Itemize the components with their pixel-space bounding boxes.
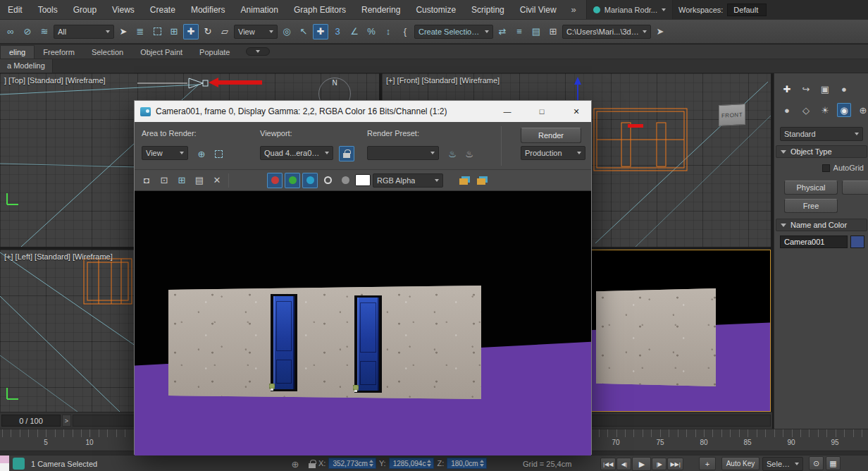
- ribbon-tab-object-paint[interactable]: Object Paint: [132, 46, 191, 59]
- toolbar-overflow-icon[interactable]: ➤: [652, 24, 668, 39]
- red-channel-icon[interactable]: [267, 173, 283, 188]
- next-frame-arrow-button[interactable]: >: [62, 415, 71, 427]
- menu-tools[interactable]: Tools: [30, 0, 66, 19]
- select-object-icon[interactable]: ➤: [116, 24, 131, 39]
- coordinate-field[interactable]: 352,773cm: [328, 458, 376, 469]
- use-pivot-center-icon[interactable]: ◎: [279, 24, 294, 39]
- channel-display-dropdown[interactable]: RGB Alpha: [373, 173, 443, 188]
- window-crossing-icon[interactable]: ⊞: [166, 24, 182, 39]
- alpha-channel-icon[interactable]: [320, 173, 335, 188]
- menu-modifiers[interactable]: Modifiers: [183, 0, 233, 19]
- print-image-icon[interactable]: ▤: [192, 173, 207, 188]
- display-tab-icon[interactable]: ▣: [818, 82, 832, 96]
- auto-key-button[interactable]: Auto Key: [721, 457, 760, 470]
- helpers-icon[interactable]: ⊕: [856, 103, 868, 117]
- select-and-manipulate-icon[interactable]: ✚: [313, 24, 328, 39]
- menu-edit[interactable]: Edit: [0, 0, 30, 19]
- free-camera-button[interactable]: Free: [784, 199, 838, 213]
- render-button[interactable]: Render: [521, 128, 581, 143]
- green-channel-icon[interactable]: [285, 173, 300, 188]
- ribbon-tab-eling[interactable]: eling: [0, 45, 35, 59]
- lock-viewport-button[interactable]: [339, 146, 354, 161]
- named-selection-set-dropdown[interactable]: Create Selection Se: [414, 25, 493, 39]
- geometry-icon[interactable]: ●: [780, 103, 794, 117]
- camera-type-button-cut[interactable]: [842, 181, 868, 195]
- render-window[interactable]: Camera001, frame 0, Display Gamma: 2,2, …: [134, 100, 592, 455]
- curve-editor-icon[interactable]: ⊞: [545, 24, 561, 39]
- physical-camera-button[interactable]: Physical: [784, 181, 838, 195]
- render-mode-dropdown[interactable]: Production: [521, 146, 585, 160]
- reference-coordinate-dropdown[interactable]: View: [234, 25, 278, 39]
- menu-scripting[interactable]: Scripting: [464, 0, 512, 19]
- lights-icon[interactable]: ☀: [818, 103, 832, 117]
- render-setup-teapot-icon[interactable]: ♨: [445, 146, 460, 161]
- select-and-move-icon[interactable]: ✚: [183, 24, 199, 39]
- menu-group[interactable]: Group: [66, 0, 104, 19]
- select-and-scale-icon[interactable]: ▱: [217, 24, 232, 39]
- create-tab-icon[interactable]: ✚: [780, 82, 794, 96]
- ribbon-tab-populate[interactable]: Populate: [191, 46, 238, 59]
- clone-window-icon[interactable]: ⊞: [174, 173, 190, 188]
- angle-snap-icon[interactable]: ∠: [347, 24, 362, 39]
- align-icon[interactable]: ≡: [512, 24, 527, 39]
- environment-teapot-icon[interactable]: ♨: [461, 146, 477, 161]
- maxscript-mini-listener-white[interactable]: [0, 463, 9, 471]
- transform-gizmo-icon[interactable]: ⊕: [287, 456, 303, 471]
- menu-overflow-button[interactable]: »: [564, 0, 583, 19]
- modify-tab-icon[interactable]: ↪: [799, 82, 813, 96]
- selection-lock-icon[interactable]: [304, 456, 320, 471]
- name-and-color-rollout[interactable]: Name and Color: [776, 219, 867, 231]
- copy-image-icon[interactable]: ⊡: [156, 173, 172, 188]
- object-color-swatch[interactable]: [850, 236, 864, 248]
- blue-channel-icon[interactable]: [302, 173, 318, 188]
- select-and-rotate-icon[interactable]: ↻: [200, 24, 216, 39]
- menu-rendering[interactable]: Rendering: [354, 0, 408, 19]
- render-preset-dropdown[interactable]: [367, 146, 439, 160]
- save-image-icon[interactable]: ◘: [139, 173, 154, 188]
- clear-color-swatch[interactable]: [355, 174, 371, 186]
- selection-filter-dropdown[interactable]: All: [54, 25, 114, 39]
- utilities-tab-icon[interactable]: ●: [837, 82, 851, 96]
- maximize-button[interactable]: □: [527, 101, 557, 122]
- select-by-name-icon[interactable]: ≣: [132, 24, 148, 39]
- workspace-tab[interactable]: Mariana Rodr...: [586, 0, 673, 19]
- menu-customize[interactable]: Customize: [408, 0, 464, 19]
- viewport-left-label[interactable]: [+] [Left] [Standard] [Wireframe]: [4, 252, 113, 261]
- play-button[interactable]: ▶: [632, 457, 651, 471]
- keyboard-override-icon[interactable]: {: [397, 24, 413, 39]
- coordinate-field[interactable]: 180,0cm: [447, 458, 486, 469]
- monochrome-icon[interactable]: [337, 173, 353, 188]
- object-category-dropdown[interactable]: Standard: [780, 127, 863, 141]
- layered-image-icon[interactable]: [456, 173, 471, 188]
- mirror-icon[interactable]: ⇄: [495, 24, 510, 39]
- menu-graph-editors[interactable]: Graph Editors: [286, 0, 354, 19]
- ribbon-subtab-modeling[interactable]: a Modeling: [0, 59, 53, 73]
- percent-snap-icon[interactable]: %: [364, 24, 379, 39]
- autogrid-checkbox[interactable]: [822, 164, 830, 172]
- minimize-button[interactable]: —: [492, 101, 522, 122]
- spinner-icon[interactable]: [480, 459, 485, 467]
- select-and-place-icon[interactable]: ↖: [296, 24, 311, 39]
- current-frame-display[interactable]: 0 / 100: [1, 415, 61, 427]
- rectangular-marquee-icon[interactable]: [149, 24, 165, 39]
- viewport-front-label[interactable]: [+] [Front] [Standard] [Wireframe]: [386, 76, 500, 85]
- ribbon-tab-selection[interactable]: Selection: [83, 46, 132, 59]
- auto-region-icon[interactable]: [211, 146, 226, 161]
- object-type-rollout[interactable]: Object Type: [776, 145, 867, 158]
- snaps-toggle-3d-icon[interactable]: 3: [330, 24, 345, 39]
- menu-views[interactable]: Views: [104, 0, 142, 19]
- render-window-titlebar[interactable]: Camera001, frame 0, Display Gamma: 2,2, …: [135, 101, 591, 122]
- close-button[interactable]: ✕: [562, 101, 591, 122]
- set-keys-button[interactable]: +: [699, 457, 716, 470]
- go-to-start-button[interactable]: |◀◀: [600, 458, 616, 470]
- spinner-icon[interactable]: [369, 459, 374, 467]
- key-filters-icon[interactable]: ▦: [826, 456, 841, 470]
- go-to-end-button[interactable]: ▶▶|: [667, 458, 683, 470]
- area-to-render-dropdown[interactable]: View: [142, 146, 188, 160]
- menu-animation[interactable]: Animation: [233, 0, 286, 19]
- previous-frame-button[interactable]: ◀|: [616, 458, 631, 470]
- object-name-field[interactable]: Camera001: [780, 236, 848, 248]
- edit-region-icon[interactable]: ⊕: [194, 146, 209, 161]
- scene-explorer-icon[interactable]: ▤: [528, 24, 544, 39]
- maxscript-mini-listener-pink[interactable]: [0, 455, 9, 463]
